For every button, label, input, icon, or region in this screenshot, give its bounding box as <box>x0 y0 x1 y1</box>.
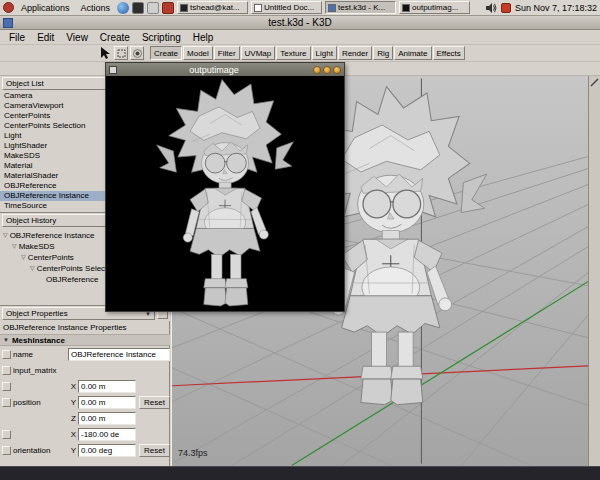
taskbar-item-outputimage[interactable]: outputimag... <box>399 1 470 14</box>
tree-node-label: CenterPoints <box>28 252 74 263</box>
channel-button[interactable] <box>2 446 11 455</box>
browser-launcher-icon[interactable] <box>117 2 129 14</box>
menu-edit[interactable]: Edit <box>32 32 59 43</box>
orientation-reset-button[interactable]: Reset <box>139 444 170 457</box>
orientation-y-input[interactable] <box>78 444 136 457</box>
window-titlebar[interactable]: test.k3d - K3D <box>0 16 600 30</box>
menu-view[interactable]: View <box>61 32 93 43</box>
screenshot-launcher-icon[interactable] <box>162 2 174 14</box>
position-z-row: Z <box>0 410 170 426</box>
axis-label: X <box>68 382 76 391</box>
taskbar-item-document[interactable]: Untitled Doc... <box>251 1 322 14</box>
pointer-tool-icon[interactable] <box>98 46 112 60</box>
window-title: test.k3d - K3D <box>268 17 331 28</box>
orientation-x-row: X <box>0 426 170 442</box>
taskbar-item-terminal[interactable]: tshead@kat... <box>177 1 248 14</box>
panel-selector-label: Object History <box>6 216 56 225</box>
property-label: position <box>13 398 68 407</box>
tab-strip: Create Model Filter UVMap Texture Light … <box>150 46 465 60</box>
tab-render[interactable]: Render <box>338 46 372 60</box>
rendered-image <box>106 76 344 311</box>
panel-selector-label: Object Properties <box>6 309 68 318</box>
minimize-button[interactable] <box>313 66 321 74</box>
tab-filter[interactable]: Filter <box>214 46 240 60</box>
tab-rig[interactable]: Rig <box>373 46 393 60</box>
tab-light[interactable]: Light <box>312 46 337 60</box>
tab-texture[interactable]: Texture <box>276 46 310 60</box>
channel-button[interactable] <box>2 430 11 439</box>
position-z-input[interactable] <box>78 412 136 425</box>
menu-help[interactable]: Help <box>188 32 219 43</box>
taskbar-item-label: tshead@kat... <box>190 3 239 12</box>
outputimage-window[interactable]: outputimage <box>105 62 345 312</box>
outputimage-titlebar[interactable]: outputimage <box>106 63 344 76</box>
axis-label: X <box>68 430 76 439</box>
snap-toggle-icon[interactable] <box>130 46 144 60</box>
tree-node-label: OBJReference Instance <box>10 230 95 241</box>
editor-launcher-icon[interactable] <box>147 2 159 14</box>
panel-clock[interactable]: Sun Nov 7, 17:18:32 <box>515 3 597 13</box>
k3d-window-icon <box>328 4 336 12</box>
taskbar-item-label: outputimag... <box>412 3 458 12</box>
close-button[interactable] <box>333 66 341 74</box>
select-mode-icon[interactable] <box>114 46 128 60</box>
section-arrow-icon: ▼ <box>3 337 9 343</box>
channel-button[interactable] <box>2 366 11 375</box>
toolbar: Create Model Filter UVMap Texture Light … <box>0 45 600 62</box>
section-label: MeshInstance <box>12 336 65 345</box>
panel-handle-icon[interactable] <box>590 78 599 87</box>
position-y-input[interactable] <box>78 396 136 409</box>
right-panel-strip[interactable] <box>588 76 600 466</box>
desktop: Applications Actions tshead@kat... Untit… <box>0 0 600 480</box>
terminal-window-icon <box>180 4 188 12</box>
gnome-panel: Applications Actions tshead@kat... Untit… <box>0 0 600 16</box>
channel-button[interactable] <box>2 398 11 407</box>
terminal-launcher-icon[interactable] <box>132 2 144 14</box>
menubar: File Edit View Create Scripting Help <box>0 30 600 45</box>
speaker-icon[interactable] <box>485 3 497 13</box>
menu-scripting[interactable]: Scripting <box>137 32 186 43</box>
axis-label: Z <box>68 414 76 423</box>
tree-node-label: OBJReference <box>46 274 98 285</box>
mesh-instance-section[interactable]: ▼ MeshInstance <box>0 334 170 346</box>
position-y-row: position Y Reset <box>0 394 170 410</box>
position-x-row: X <box>0 378 170 394</box>
maximize-button[interactable] <box>323 66 331 74</box>
orientation-x-input[interactable] <box>78 428 136 441</box>
axis-label: Y <box>68 446 76 455</box>
tree-node-label: MakeSDS <box>19 241 55 252</box>
input-matrix-row: input_matrix <box>0 362 170 378</box>
position-x-input[interactable] <box>78 380 136 393</box>
notification-icon[interactable] <box>501 3 511 13</box>
channel-button[interactable] <box>2 382 11 391</box>
expander-icon[interactable]: ▽ <box>3 230 8 241</box>
expander-icon[interactable]: ▽ <box>12 241 17 252</box>
channel-button[interactable] <box>2 350 11 359</box>
taskbar-item-k3d[interactable]: test.k3d - K... <box>325 1 396 14</box>
tab-animate[interactable]: Animate <box>394 46 431 60</box>
menu-create[interactable]: Create <box>95 32 135 43</box>
output-window-title: outputimage <box>117 65 311 75</box>
window-icon <box>3 18 13 28</box>
status-bar <box>0 466 600 480</box>
tab-effects[interactable]: Effects <box>433 46 465 60</box>
tab-model[interactable]: Model <box>183 46 213 60</box>
applications-menu[interactable]: Applications <box>17 3 74 13</box>
output-window-icon <box>109 66 117 74</box>
document-window-icon <box>254 4 262 12</box>
name-input[interactable] <box>68 348 170 361</box>
expander-icon[interactable]: ▽ <box>21 252 26 263</box>
menu-file[interactable]: File <box>4 32 30 43</box>
name-row: name <box>0 346 170 362</box>
image-window-icon <box>402 4 410 12</box>
actions-menu[interactable]: Actions <box>77 3 115 13</box>
fps-counter: 74.3fps <box>178 448 208 458</box>
tab-uvmap[interactable]: UVMap <box>241 46 276 60</box>
property-label: input_matrix <box>13 366 68 375</box>
expander-icon[interactable]: ▽ <box>30 263 35 274</box>
taskbar-item-label: Untitled Doc... <box>264 3 314 12</box>
taskbar-item-label: test.k3d - K... <box>338 3 385 12</box>
position-reset-button[interactable]: Reset <box>139 396 170 409</box>
tab-create[interactable]: Create <box>150 46 182 60</box>
applications-menu-icon <box>3 2 14 13</box>
